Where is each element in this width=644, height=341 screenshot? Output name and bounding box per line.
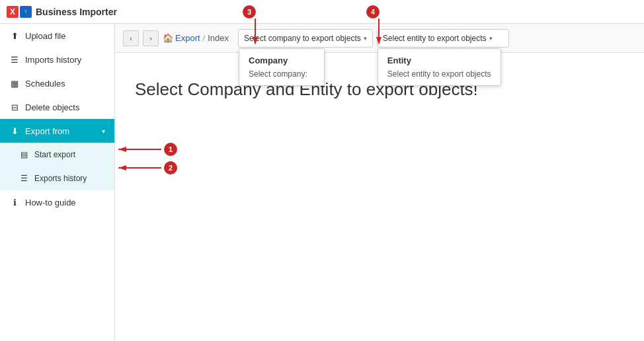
delete-icon: ⊟: [9, 102, 20, 112]
entity-panel-value: Select entity to export objects: [387, 69, 491, 79]
exports-history-icon: ☰: [19, 173, 29, 184]
company-dropdown-arrow: ▾: [364, 35, 367, 42]
breadcrumb-home[interactable]: 🏠 Export: [163, 33, 200, 43]
annotation-1: 1: [164, 143, 177, 156]
app-logo: X ↑ Business Importer: [7, 6, 117, 18]
sidebar-item-how-to-guide[interactable]: ℹ How-to guide: [0, 190, 114, 214]
company-panel-value: Select company:: [249, 69, 315, 79]
sidebar-label-start-export: Start export: [34, 150, 75, 159]
download-icon: ⬇: [9, 126, 20, 136]
main-panel: ‹ › 🏠 Export / Index Select company to e…: [115, 24, 644, 341]
annotation-3: 3: [243, 5, 256, 19]
breadcrumb-current: Index: [208, 33, 229, 43]
entity-panel-title: Entity: [387, 56, 491, 65]
calendar-icon: ▦: [9, 78, 20, 89]
logo-box: ↑: [20, 6, 32, 18]
logo-icon: X ↑: [7, 6, 32, 18]
app-title: Business Importer: [36, 7, 117, 17]
sidebar-item-upload-file[interactable]: ⬆ Upload file: [0, 24, 114, 48]
entity-dropdown[interactable]: Select entity to export objects ▾ Entity…: [377, 29, 509, 48]
sidebar-label-exports-history: Exports history: [34, 174, 87, 183]
annotation-4-arrow: [372, 19, 385, 45]
howto-icon: ℹ: [9, 197, 20, 208]
sidebar-item-exports-history[interactable]: ☰ Exports history: [0, 167, 114, 190]
main-layout: ⬆ Upload file ☰ Imports history ▦ Schedu…: [0, 24, 644, 341]
app-header: X ↑ Business Importer: [0, 0, 644, 24]
sidebar-item-schedules[interactable]: ▦ Schedules: [0, 71, 114, 95]
sidebar-label-imports-history: Imports history: [25, 55, 81, 65]
entity-dropdown-panel: Entity Select entity to export objects: [378, 48, 501, 86]
logo-x: X: [7, 6, 19, 18]
sidebar-label-delete-objects: Delete objects: [25, 102, 79, 112]
sidebar-label-export-from: Export from: [25, 126, 69, 136]
annotation-2: 2: [164, 161, 177, 174]
chevron-down-icon: ▾: [102, 128, 105, 135]
sidebar-label-schedules: Schedules: [25, 79, 65, 89]
company-dropdown-panel: Company Select company:: [239, 48, 325, 86]
annotation-3-arrow: [249, 19, 262, 45]
upload-icon: ⬆: [9, 30, 20, 41]
sidebar: ⬆ Upload file ☰ Imports history ▦ Schedu…: [0, 24, 115, 341]
home-icon: 🏠: [163, 33, 173, 43]
sidebar-item-imports-history[interactable]: ☰ Imports history: [0, 48, 114, 71]
entity-dropdown-label: Select entity to export objects: [383, 34, 487, 43]
start-export-icon: ▤: [19, 149, 29, 160]
breadcrumb-export-label: Export: [175, 33, 200, 43]
main-content: Select Company and Entity to export obje…: [115, 53, 644, 341]
sidebar-item-start-export[interactable]: ▤ Start export: [0, 143, 114, 167]
breadcrumb-separator: /: [203, 33, 206, 43]
sidebar-item-delete-objects[interactable]: ⊟ Delete objects: [0, 95, 114, 119]
annotation-4: 4: [366, 5, 380, 19]
breadcrumb: 🏠 Export / Index: [163, 33, 229, 43]
sidebar-item-export-from[interactable]: ⬇ Export from ▾: [0, 119, 114, 143]
nav-back-button[interactable]: ‹: [123, 30, 139, 46]
entity-dropdown-arrow: ▾: [489, 35, 493, 42]
list-icon: ☰: [9, 54, 20, 65]
company-panel-title: Company: [249, 56, 315, 65]
annotation-2-arrow: [115, 160, 168, 176]
sidebar-label-upload-file: Upload file: [25, 31, 65, 41]
annotation-1-arrow: [115, 141, 168, 157]
nav-forward-button[interactable]: ›: [143, 30, 159, 46]
sidebar-label-how-to-guide: How-to guide: [25, 198, 76, 208]
